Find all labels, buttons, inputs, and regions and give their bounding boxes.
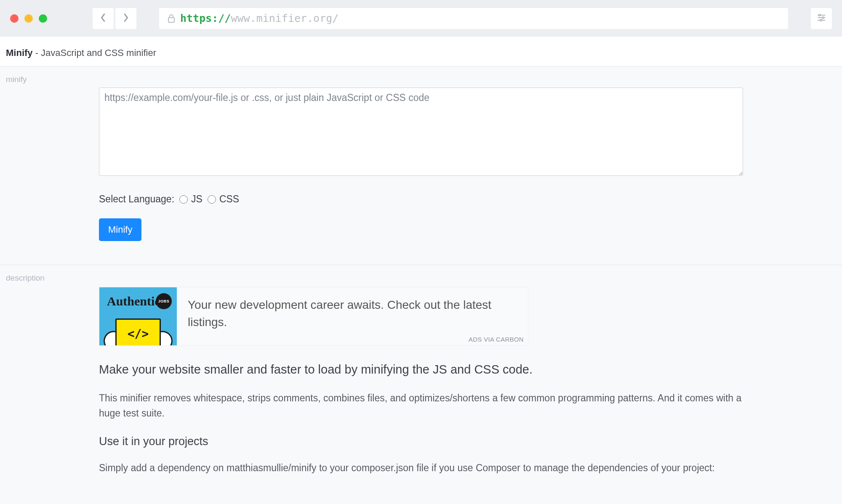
svg-point-2 [819, 14, 821, 16]
lang-option-js[interactable]: JS [179, 194, 203, 205]
language-selector: Select Language: JS CSS [99, 194, 743, 205]
lang-radio-js[interactable] [179, 195, 188, 204]
close-window-button[interactable] [10, 14, 19, 23]
lock-icon [168, 14, 175, 23]
chevron-left-icon [100, 13, 106, 24]
ad-jobs-badge: JOBS [156, 293, 172, 309]
lang-radio-css[interactable] [208, 195, 216, 204]
window-controls [10, 14, 47, 23]
nav-button-group [93, 8, 136, 29]
url-protocol: https:// [180, 12, 231, 24]
forward-button[interactable] [115, 8, 136, 29]
minify-button[interactable]: Minify [99, 218, 141, 241]
lang-option-css[interactable]: CSS [208, 194, 239, 205]
svg-point-4 [822, 17, 824, 19]
minimize-window-button[interactable] [24, 14, 33, 23]
ad-image: Authentic JOBS </> [99, 287, 177, 345]
description-heading: Make your website smaller and faster to … [99, 363, 743, 377]
browser-chrome: https://www.minifier.org/ [0, 0, 842, 37]
maximize-window-button[interactable] [39, 14, 47, 23]
back-button[interactable] [93, 8, 114, 29]
minify-section: minify Select Language: JS CSS Minify [0, 66, 842, 265]
page-tagline: - JavaScript and CSS minifier [33, 48, 156, 58]
section-label-description: description [6, 273, 45, 283]
ad-attribution[interactable]: ADS VIA CARBON [469, 336, 524, 343]
svg-rect-0 [168, 18, 174, 22]
description-paragraph-1: This minifier removes whitespace, strips… [99, 391, 743, 421]
svg-point-6 [820, 19, 822, 21]
settings-button[interactable] [811, 8, 832, 29]
code-input[interactable] [99, 88, 743, 176]
code-icon: </> [128, 327, 149, 341]
lang-label-css: CSS [219, 194, 239, 205]
carbon-ad[interactable]: Authentic JOBS </> Your new development … [99, 287, 528, 346]
ad-logo-text: Authentic [107, 294, 160, 308]
sliders-icon [817, 13, 826, 24]
projects-subheading: Use it in your projects [99, 435, 743, 448]
description-section: description Authentic JOBS </> Your new … [0, 265, 842, 476]
laptop-icon: </> [115, 318, 161, 345]
description-paragraph-2: Simply add a dependency on matthiasmulli… [99, 461, 743, 476]
lang-label-js: JS [191, 194, 203, 205]
page-header: Minify - JavaScript and CSS minifier [0, 37, 842, 66]
brand-name: Minify [6, 48, 33, 58]
address-bar[interactable]: https://www.minifier.org/ [159, 8, 788, 29]
language-prompt: Select Language: [99, 194, 174, 205]
section-label-minify: minify [6, 75, 27, 84]
url-path: www.minifier.org/ [231, 12, 338, 24]
chevron-right-icon [123, 13, 129, 24]
